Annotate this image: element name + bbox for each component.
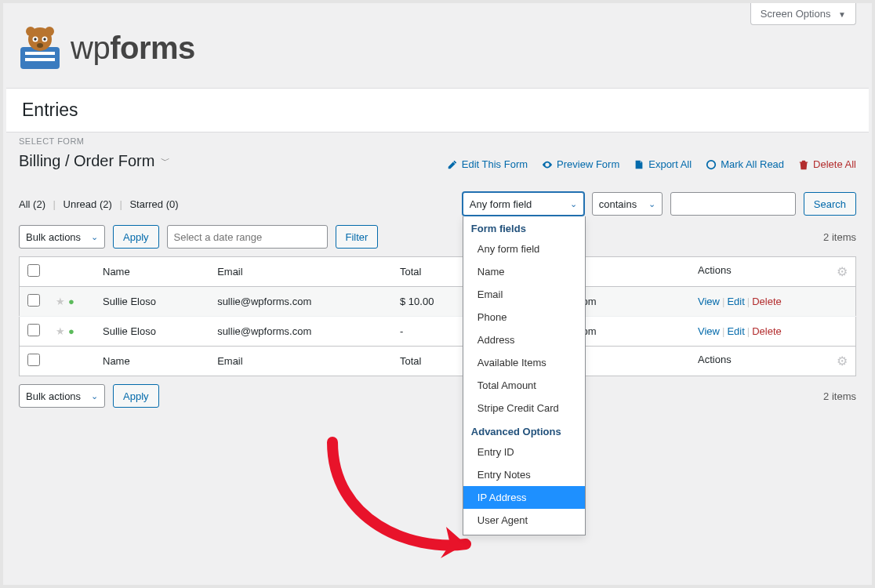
preview-form-link[interactable]: Preview Form: [542, 158, 619, 170]
row-delete[interactable]: Delete: [752, 296, 782, 307]
svg-point-7: [34, 38, 36, 40]
wpforms-logo: wpforms: [16, 24, 195, 72]
table-row: ★● Sullie Eloso sullie@wpforms.com - Aug…: [20, 317, 856, 347]
status-tabs: All (2) | Unread (2) | Starred (0): [19, 198, 179, 210]
eye-icon: [542, 159, 553, 170]
star-icon[interactable]: ★: [56, 296, 65, 307]
entries-table: Name Email Total Date Actions⚙ ★● Sullie…: [19, 256, 856, 376]
wpforms-mascot-icon: [16, 24, 64, 72]
star-icon[interactable]: ★: [56, 325, 65, 337]
row-view[interactable]: View: [698, 296, 720, 307]
page-title: Entries: [22, 100, 853, 121]
dropdown-opt-user-agent[interactable]: User Agent: [463, 509, 585, 532]
tab-all[interactable]: All (2): [19, 198, 45, 210]
search-button[interactable]: Search: [804, 192, 856, 216]
export-icon: [634, 159, 644, 170]
bulk-actions-select-bottom[interactable]: Bulk actions ⌄: [19, 384, 105, 408]
pencil-icon: [447, 159, 458, 170]
row-checkbox[interactable]: [27, 294, 40, 307]
dropdown-opt-ip-address[interactable]: IP Address: [463, 486, 585, 509]
chevron-down-icon: ﹀: [161, 154, 170, 168]
chevron-down-icon: ⌄: [91, 391, 98, 401]
search-condition-select[interactable]: contains ⌄: [592, 192, 663, 216]
col-email[interactable]: Email: [209, 347, 392, 376]
form-name: Billing / Order Form: [19, 152, 154, 170]
svg-point-11: [707, 160, 716, 169]
trash-icon: [798, 159, 809, 170]
dropdown-opt-total-amount[interactable]: Total Amount: [463, 374, 585, 397]
circle-icon: [706, 159, 717, 170]
col-actions: Actions⚙: [690, 257, 855, 287]
dropdown-group-advanced: Advanced Options: [463, 419, 585, 441]
gear-icon[interactable]: ⚙: [837, 264, 848, 279]
cell-email: sullie@wpforms.com: [209, 317, 392, 347]
delete-all-link[interactable]: Delete All: [798, 158, 856, 170]
tab-starred[interactable]: Starred (0): [129, 198, 178, 210]
svg-rect-2: [25, 58, 55, 61]
bulk-apply-bottom[interactable]: Apply: [113, 384, 159, 408]
logo-text: wpforms: [71, 31, 195, 66]
dropdown-opt-email[interactable]: Email: [463, 283, 585, 306]
edit-form-link[interactable]: Edit This Form: [447, 158, 528, 170]
screen-options-button[interactable]: Screen Options ▼: [750, 3, 856, 25]
date-range-input[interactable]: [167, 225, 328, 249]
row-edit[interactable]: Edit: [727, 296, 744, 307]
cell-name: Sullie Eloso: [95, 317, 209, 347]
svg-point-9: [43, 38, 45, 40]
items-count-top: 2 items: [823, 231, 856, 243]
chevron-down-icon: ⌄: [570, 199, 577, 209]
col-name[interactable]: Name: [95, 347, 209, 376]
row-edit[interactable]: Edit: [727, 325, 744, 337]
dropdown-group-form-fields: Form fields: [463, 216, 585, 238]
form-selector[interactable]: Billing / Order Form ﹀: [19, 152, 170, 170]
cell-name: Sullie Eloso: [95, 287, 209, 317]
row-checkbox[interactable]: [27, 324, 40, 336]
dropdown-opt-entry-id[interactable]: Entry ID: [463, 441, 585, 463]
svg-rect-1: [25, 52, 55, 55]
export-all-link[interactable]: Export All: [634, 158, 692, 170]
dropdown-opt-entry-notes[interactable]: Entry Notes: [463, 463, 585, 486]
col-email[interactable]: Email: [209, 257, 392, 287]
screen-options-label: Screen Options: [761, 8, 831, 20]
tab-unread[interactable]: Unread (2): [64, 198, 112, 210]
select-form-label: SELECT FORM: [19, 136, 856, 146]
chevron-down-icon: ▼: [838, 10, 846, 19]
dropdown-opt-phone[interactable]: Phone: [463, 306, 585, 328]
bulk-apply-top[interactable]: Apply: [113, 225, 159, 249]
dropdown-opt-address[interactable]: Address: [463, 328, 585, 351]
mark-read-link[interactable]: Mark All Read: [706, 158, 784, 170]
gear-icon[interactable]: ⚙: [837, 354, 848, 368]
chevron-down-icon: ⌄: [648, 199, 655, 209]
select-all-top[interactable]: [27, 264, 40, 277]
table-row: ★● Sullie Eloso sullie@wpforms.com $ 10.…: [20, 287, 856, 317]
select-all-bottom[interactable]: [27, 354, 40, 366]
filter-button[interactable]: Filter: [336, 225, 379, 249]
search-field-select[interactable]: Any form field ⌄ Form fields Any form fi…: [463, 192, 584, 216]
col-name[interactable]: Name: [95, 257, 209, 287]
row-view[interactable]: View: [698, 325, 720, 337]
search-input[interactable]: [670, 192, 796, 216]
dropdown-opt-any-form-field[interactable]: Any form field: [463, 238, 585, 260]
items-count-bottom: 2 items: [823, 390, 856, 402]
unread-indicator-icon[interactable]: ●: [68, 325, 74, 337]
row-delete[interactable]: Delete: [752, 325, 782, 337]
bulk-actions-select-top[interactable]: Bulk actions ⌄: [19, 225, 105, 249]
dropdown-opt-name[interactable]: Name: [463, 260, 585, 283]
dropdown-opt-available-items[interactable]: Available Items: [463, 351, 585, 374]
search-field-dropdown: Form fields Any form field Name Email Ph…: [463, 216, 586, 535]
dropdown-opt-stripe-credit-card[interactable]: Stripe Credit Card: [463, 397, 585, 419]
svg-point-10: [37, 43, 43, 48]
col-actions: Actions⚙: [690, 347, 855, 376]
cell-email: sullie@wpforms.com: [209, 287, 392, 317]
chevron-down-icon: ⌄: [91, 232, 98, 242]
svg-point-5: [45, 27, 54, 36]
svg-point-4: [26, 27, 35, 36]
unread-indicator-icon[interactable]: ●: [68, 296, 74, 307]
